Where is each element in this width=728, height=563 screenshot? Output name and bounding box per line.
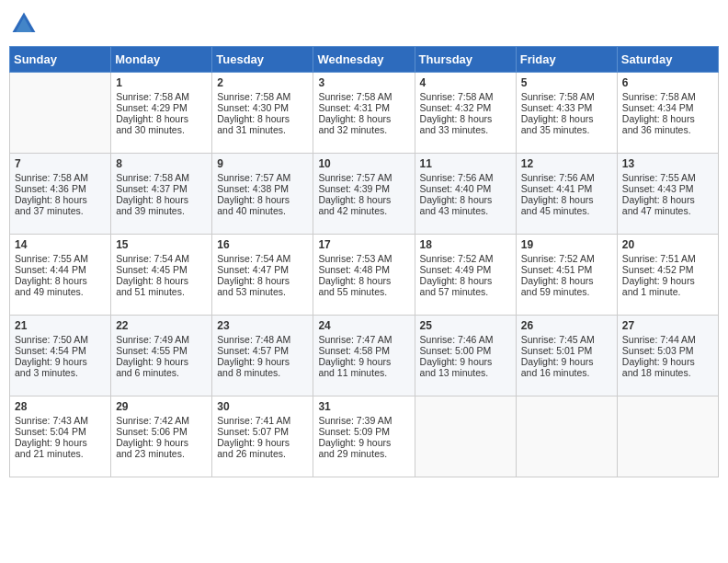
day-info: Daylight: 9 hours bbox=[420, 356, 511, 367]
calendar-cell: 29Sunrise: 7:42 AMSunset: 5:06 PMDayligh… bbox=[111, 396, 212, 477]
calendar-cell: 15Sunrise: 7:54 AMSunset: 4:45 PMDayligh… bbox=[111, 235, 212, 316]
day-info: Sunset: 4:31 PM bbox=[318, 102, 409, 113]
calendar-week-row: 14Sunrise: 7:55 AMSunset: 4:44 PMDayligh… bbox=[10, 235, 719, 316]
day-info: Sunrise: 7:58 AM bbox=[521, 91, 612, 102]
day-info: and 32 minutes. bbox=[318, 124, 409, 135]
calendar-cell: 30Sunrise: 7:41 AMSunset: 5:07 PMDayligh… bbox=[212, 396, 313, 477]
day-info: Daylight: 9 hours bbox=[318, 437, 409, 448]
day-info: and 45 minutes. bbox=[521, 205, 612, 216]
day-info: Sunrise: 7:39 AM bbox=[318, 415, 409, 426]
calendar-header-row: SundayMondayTuesdayWednesdayThursdayFrid… bbox=[10, 47, 719, 73]
day-info: Sunrise: 7:44 AM bbox=[622, 334, 713, 345]
day-info: Sunset: 5:04 PM bbox=[15, 426, 106, 437]
day-info: Sunset: 4:45 PM bbox=[116, 264, 207, 275]
day-info: and 59 minutes. bbox=[521, 286, 612, 297]
day-info: Sunset: 4:30 PM bbox=[217, 102, 308, 113]
day-number: 21 bbox=[15, 319, 106, 332]
day-number: 19 bbox=[521, 238, 612, 251]
logo bbox=[9, 9, 42, 39]
day-info: Sunset: 4:29 PM bbox=[116, 102, 207, 113]
day-info: Sunrise: 7:42 AM bbox=[116, 415, 207, 426]
calendar-week-row: 1Sunrise: 7:58 AMSunset: 4:29 PMDaylight… bbox=[10, 73, 719, 154]
calendar-cell: 27Sunrise: 7:44 AMSunset: 5:03 PMDayligh… bbox=[617, 316, 718, 396]
day-info: Sunset: 5:03 PM bbox=[622, 345, 713, 356]
calendar-week-row: 7Sunrise: 7:58 AMSunset: 4:36 PMDaylight… bbox=[10, 154, 719, 235]
day-info: Sunrise: 7:58 AM bbox=[116, 172, 207, 183]
day-info: Daylight: 8 hours bbox=[116, 194, 207, 205]
calendar-cell: 6Sunrise: 7:58 AMSunset: 4:34 PMDaylight… bbox=[617, 73, 718, 154]
day-number: 9 bbox=[217, 157, 308, 170]
day-info: and 51 minutes. bbox=[116, 286, 207, 297]
day-info: Sunset: 4:36 PM bbox=[15, 183, 106, 194]
day-info: Sunset: 4:48 PM bbox=[318, 264, 409, 275]
page-header bbox=[9, 9, 719, 39]
day-info: Daylight: 9 hours bbox=[622, 356, 713, 367]
weekday-header: Monday bbox=[111, 47, 212, 73]
day-info: Sunrise: 7:58 AM bbox=[116, 91, 207, 102]
calendar-cell: 31Sunrise: 7:39 AMSunset: 5:09 PMDayligh… bbox=[313, 396, 415, 477]
day-info: Sunrise: 7:49 AM bbox=[116, 334, 207, 345]
day-info: and 40 minutes. bbox=[217, 205, 308, 216]
day-info: Sunrise: 7:47 AM bbox=[318, 334, 409, 345]
day-number: 20 bbox=[622, 238, 713, 251]
day-number: 16 bbox=[217, 238, 308, 251]
day-info: and 11 minutes. bbox=[318, 367, 409, 378]
day-info: and 47 minutes. bbox=[622, 205, 713, 216]
day-info: and 42 minutes. bbox=[318, 205, 409, 216]
day-info: Sunrise: 7:58 AM bbox=[420, 91, 511, 102]
day-number: 14 bbox=[15, 238, 106, 251]
calendar-cell: 13Sunrise: 7:55 AMSunset: 4:43 PMDayligh… bbox=[617, 154, 718, 235]
day-number: 26 bbox=[521, 319, 612, 332]
calendar-cell: 4Sunrise: 7:58 AMSunset: 4:32 PMDaylight… bbox=[415, 73, 516, 154]
day-number: 12 bbox=[521, 157, 612, 170]
day-info: and 49 minutes. bbox=[15, 286, 106, 297]
day-info: and 13 minutes. bbox=[420, 367, 511, 378]
day-info: Sunset: 4:40 PM bbox=[420, 183, 511, 194]
day-info: Daylight: 8 hours bbox=[521, 194, 612, 205]
day-info: and 39 minutes. bbox=[116, 205, 207, 216]
calendar-cell: 11Sunrise: 7:56 AMSunset: 4:40 PMDayligh… bbox=[415, 154, 516, 235]
day-info: Daylight: 8 hours bbox=[217, 113, 308, 124]
day-info: Sunset: 4:51 PM bbox=[521, 264, 612, 275]
day-number: 15 bbox=[116, 238, 207, 251]
day-info: Sunset: 4:57 PM bbox=[217, 345, 308, 356]
day-info: Daylight: 9 hours bbox=[217, 356, 308, 367]
day-info: Sunrise: 7:58 AM bbox=[318, 91, 409, 102]
day-number: 10 bbox=[318, 157, 409, 170]
day-info: Sunrise: 7:45 AM bbox=[521, 334, 612, 345]
day-number: 31 bbox=[318, 400, 409, 413]
day-info: Sunset: 4:34 PM bbox=[622, 102, 713, 113]
calendar-cell: 17Sunrise: 7:53 AMSunset: 4:48 PMDayligh… bbox=[313, 235, 415, 316]
day-info: Sunset: 4:43 PM bbox=[622, 183, 713, 194]
calendar-cell bbox=[617, 396, 718, 477]
day-info: and 55 minutes. bbox=[318, 286, 409, 297]
weekday-header: Thursday bbox=[415, 47, 516, 73]
calendar-cell: 5Sunrise: 7:58 AMSunset: 4:33 PMDaylight… bbox=[516, 73, 617, 154]
day-info: Sunrise: 7:57 AM bbox=[217, 172, 308, 183]
day-info: Daylight: 9 hours bbox=[521, 356, 612, 367]
day-info: Sunrise: 7:58 AM bbox=[217, 91, 308, 102]
day-info: Daylight: 8 hours bbox=[622, 113, 713, 124]
weekday-header: Sunday bbox=[10, 47, 111, 73]
day-info: Daylight: 8 hours bbox=[318, 275, 409, 286]
day-info: Sunset: 5:07 PM bbox=[217, 426, 308, 437]
day-info: and 3 minutes. bbox=[15, 367, 106, 378]
day-number: 18 bbox=[420, 238, 511, 251]
calendar-cell: 14Sunrise: 7:55 AMSunset: 4:44 PMDayligh… bbox=[10, 235, 111, 316]
day-info: Sunrise: 7:51 AM bbox=[622, 253, 713, 264]
day-info: Sunrise: 7:41 AM bbox=[217, 415, 308, 426]
day-number: 3 bbox=[318, 76, 409, 89]
day-info: Daylight: 9 hours bbox=[116, 437, 207, 448]
day-info: Sunset: 5:00 PM bbox=[420, 345, 511, 356]
calendar-cell: 20Sunrise: 7:51 AMSunset: 4:52 PMDayligh… bbox=[617, 235, 718, 316]
day-number: 28 bbox=[15, 400, 106, 413]
day-info: Sunrise: 7:52 AM bbox=[420, 253, 511, 264]
day-info: and 35 minutes. bbox=[521, 124, 612, 135]
day-number: 17 bbox=[318, 238, 409, 251]
day-number: 29 bbox=[116, 400, 207, 413]
day-info: Sunrise: 7:55 AM bbox=[622, 172, 713, 183]
calendar-week-row: 21Sunrise: 7:50 AMSunset: 4:54 PMDayligh… bbox=[10, 316, 719, 396]
calendar-cell bbox=[10, 73, 111, 154]
day-info: Sunset: 5:09 PM bbox=[318, 426, 409, 437]
day-info: Daylight: 8 hours bbox=[318, 113, 409, 124]
